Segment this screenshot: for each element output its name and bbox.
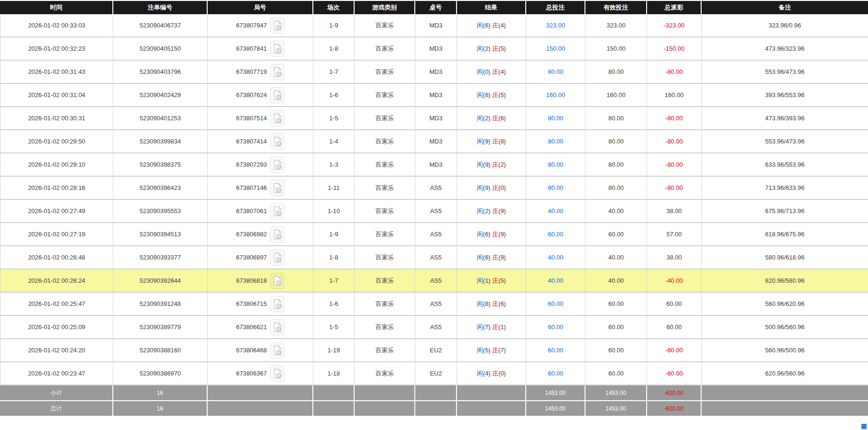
result-player-score: (5) xyxy=(483,347,491,354)
total-bet-link[interactable]: 80.00 xyxy=(548,138,564,145)
table-row[interactable]: 2026-01-02 00:24:20 523090388160 6738064… xyxy=(0,339,868,362)
result-banker-label: 庄 xyxy=(492,22,498,29)
table-row[interactable]: 2026-01-02 00:29:50 523090399834 6738074… xyxy=(0,130,868,153)
video-replay-button[interactable] xyxy=(270,64,284,80)
cell-bet-id: 523090393377 xyxy=(113,246,208,269)
video-replay-button[interactable] xyxy=(270,342,284,358)
cell-payout: 38.00 xyxy=(647,200,702,223)
cell-time: 2026-01-02 00:23:47 xyxy=(0,362,113,385)
table-row[interactable]: 2026-01-02 00:32:23 523090405150 6738078… xyxy=(0,37,868,61)
table-row[interactable]: 2026-01-02 00:25:47 523090391248 6738067… xyxy=(0,293,868,316)
table-row[interactable]: 2026-01-02 00:31:43 523090403796 6738077… xyxy=(0,61,868,84)
video-replay-button[interactable] xyxy=(270,366,284,382)
video-file-icon xyxy=(273,252,282,263)
cell-total-bet: 40.00 xyxy=(526,200,585,223)
total-bet-link[interactable]: 40.00 xyxy=(548,207,564,215)
total-bet-link[interactable]: 60.00 xyxy=(548,323,564,331)
cell-table-id: MD3 xyxy=(415,130,457,153)
cell-result: 闲(6) 庄(9) xyxy=(457,246,526,269)
cell-bet-id: 523090401253 xyxy=(113,107,208,130)
summary-total-bet: 1453.00 xyxy=(526,385,585,401)
total-bet-link[interactable]: 60.00 xyxy=(548,370,564,377)
video-replay-button[interactable] xyxy=(270,319,284,335)
cell-session: 1-18 xyxy=(313,362,355,385)
cell-table-id: AS5 xyxy=(415,246,457,269)
column-header-total_bet: 总投注 xyxy=(526,0,585,14)
table-row[interactable]: 2026-01-02 00:30:31 523090401253 6738075… xyxy=(0,107,868,130)
cell-session: 1-9 xyxy=(313,223,355,246)
video-replay-button[interactable] xyxy=(270,157,284,173)
video-replay-button[interactable] xyxy=(270,110,284,126)
result-banker-label: 庄 xyxy=(492,91,498,99)
cell-payout: -80.00 xyxy=(647,177,702,200)
total-bet-link[interactable]: 40.00 xyxy=(548,254,564,261)
result-player-score: (9) xyxy=(483,161,491,168)
cell-time: 2026-01-02 00:33:03 xyxy=(0,14,113,37)
result-banker-label: 庄 xyxy=(492,231,498,238)
table-row[interactable]: 2026-01-02 00:26:48 523090393377 6738068… xyxy=(0,246,868,269)
cell-session: 1-19 xyxy=(313,339,355,362)
result-banker-score: (0) xyxy=(498,184,506,191)
cell-table-id: MD3 xyxy=(415,37,457,61)
cell-valid-bet: 40.00 xyxy=(585,200,647,223)
video-replay-button[interactable] xyxy=(270,180,284,196)
result-banker-score: (2) xyxy=(498,161,506,168)
video-replay-button[interactable] xyxy=(270,18,284,34)
cell-remark: 323.96/0.96 xyxy=(702,14,868,37)
total-bet-link[interactable]: 160.00 xyxy=(546,91,565,99)
cell-time: 2026-01-02 00:31:43 xyxy=(0,61,113,84)
result-banker-label: 庄 xyxy=(492,323,498,331)
table-row[interactable]: 2026-01-02 00:27:49 523090395553 6738070… xyxy=(0,200,868,223)
round-number: 673806982 xyxy=(236,231,267,238)
cell-round-id: 673807719 xyxy=(208,61,313,84)
table-row[interactable]: 2026-01-02 00:27:19 523090394513 6738069… xyxy=(0,223,868,246)
result-banker-score: (4) xyxy=(498,68,506,75)
total-bet-link[interactable]: 60.00 xyxy=(548,231,564,238)
video-replay-button[interactable] xyxy=(270,203,284,219)
cell-total-bet: 60.00 xyxy=(526,223,585,246)
video-replay-button[interactable] xyxy=(270,226,284,242)
cell-valid-bet: 60.00 xyxy=(585,362,647,385)
cell-table-id: EU2 xyxy=(415,362,457,385)
cell-time: 2026-01-02 00:25:09 xyxy=(0,316,113,339)
cell-bet-id: 523090396423 xyxy=(113,177,208,200)
table-row[interactable]: 2026-01-02 00:25:09 523090389779 6738066… xyxy=(0,316,868,339)
cell-game-type: 百家乐 xyxy=(355,246,415,269)
total-bet-link[interactable]: 80.00 xyxy=(548,115,564,122)
video-replay-button[interactable] xyxy=(270,87,284,103)
video-replay-button[interactable] xyxy=(270,134,284,150)
video-replay-button[interactable] xyxy=(270,250,284,266)
video-replay-button[interactable] xyxy=(270,296,284,312)
result-banker-label: 庄 xyxy=(492,254,498,261)
total-bet-link[interactable]: 323.00 xyxy=(546,22,565,29)
table-row[interactable]: 2026-01-02 00:28:16 523090396423 6738071… xyxy=(0,177,868,200)
cell-game-type: 百家乐 xyxy=(355,293,415,316)
table-row[interactable]: 2026-01-02 00:29:10 523090398375 6738072… xyxy=(0,153,868,177)
cell-time: 2026-01-02 00:28:16 xyxy=(0,177,113,200)
cell-valid-bet: 160.00 xyxy=(585,84,647,107)
total-bet-link[interactable]: 40.00 xyxy=(548,277,564,284)
video-replay-button[interactable] xyxy=(270,41,284,57)
cell-total-bet: 60.00 xyxy=(526,339,585,362)
cell-bet-id: 523090402429 xyxy=(113,84,208,107)
cell-remark: 580.96/618.96 xyxy=(702,246,868,269)
table-row[interactable]: 2026-01-02 00:31:04 523090402429 6738076… xyxy=(0,84,868,107)
result-player-score: (1) xyxy=(483,277,491,284)
cell-round-id: 673806367 xyxy=(208,362,313,385)
total-bet-link[interactable]: 60.00 xyxy=(548,347,564,354)
total-bet-link[interactable]: 80.00 xyxy=(548,184,564,191)
result-player-label: 闲 xyxy=(477,161,483,168)
total-bet-link[interactable]: 80.00 xyxy=(548,161,564,168)
table-row[interactable]: 2026-01-02 00:23:47 523090386970 6738063… xyxy=(0,362,868,385)
round-number: 673806897 xyxy=(236,254,267,261)
total-bet-link[interactable]: 150.00 xyxy=(546,45,565,52)
total-bet-link[interactable]: 60.00 xyxy=(548,300,564,307)
table-row[interactable]: 2026-01-02 00:33:03 523090406737 6738079… xyxy=(0,14,868,37)
video-file-icon xyxy=(273,113,282,124)
video-replay-button[interactable] xyxy=(270,273,284,289)
cell-valid-bet: 80.00 xyxy=(585,153,647,177)
round-number: 673807061 xyxy=(236,207,267,215)
total-bet-link[interactable]: 80.00 xyxy=(548,68,564,75)
table-row[interactable]: 2026-01-02 00:26:24 523090392644 6738068… xyxy=(0,269,868,293)
cell-result: 闲(9) 庄(0) xyxy=(457,177,526,200)
